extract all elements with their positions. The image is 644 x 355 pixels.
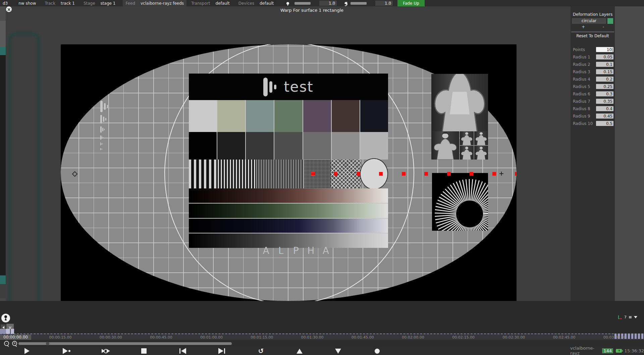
warp-control-point[interactable] (515, 172, 517, 176)
play-to-cue-button[interactable] (59, 347, 74, 355)
rail-segment[interactable] (0, 284, 6, 298)
previous-section-button[interactable] (175, 347, 190, 355)
portrait-thumbnail (460, 146, 474, 160)
parameter-value-input[interactable]: 0.15 (596, 69, 613, 74)
timeline-clip-block[interactable] (0, 329, 6, 334)
track-menu-label[interactable]: Track (45, 1, 55, 6)
stop-button[interactable] (137, 347, 151, 355)
play-button[interactable] (19, 347, 34, 355)
parameter-label: Radius 2 (573, 62, 590, 67)
zoom-out-icon[interactable]: - (4, 341, 9, 346)
grid-view-icon[interactable] (629, 316, 632, 319)
portrait-image-large (431, 74, 488, 132)
alpha-letter: A (259, 245, 273, 256)
rail-segment-teal[interactable] (0, 275, 6, 284)
volume-slider[interactable] (351, 2, 367, 5)
devices-menu-value[interactable]: default (260, 1, 274, 6)
app-logo[interactable]: d3 (3, 1, 8, 6)
brightness-value[interactable]: 1.0 (319, 1, 337, 6)
scrollbar-handle[interactable] (46, 342, 49, 345)
parameter-value-input[interactable]: 0.2 (596, 77, 613, 82)
layer-circular-button[interactable]: circular (572, 18, 606, 24)
stage-menu-value[interactable]: stage 1 (101, 1, 116, 6)
volume-value[interactable]: 1.0 (375, 1, 393, 6)
alpha-letter: H (304, 245, 318, 256)
parameter-value-input[interactable]: 0.05 (596, 54, 613, 59)
stripe-medium (218, 160, 255, 188)
warp-control-point[interactable] (402, 172, 406, 176)
parameter-label: Radius 10 (573, 121, 593, 126)
fade-up-trigger-button[interactable] (292, 347, 307, 355)
parameter-value-input[interactable]: 0.35 (596, 99, 613, 104)
alpha-label-row: ALPHA (61, 245, 517, 257)
parameter-value-input[interactable]: 10 (596, 47, 613, 52)
axis-gizmo-icon[interactable] (618, 315, 622, 319)
parameter-label: Radius 1 (573, 55, 590, 59)
color-swatch (246, 100, 274, 132)
timeline-scrollbar[interactable] (18, 342, 232, 345)
parameter-label: Points (573, 47, 585, 52)
timeline-zoom-row: - + (0, 340, 644, 347)
dropdown-arrow-icon[interactable] (634, 316, 637, 318)
color-swatch (189, 100, 217, 132)
parameter-row: Radius 20.1 (571, 61, 615, 68)
parameter-value-input[interactable]: 0.4 (596, 106, 613, 111)
transport-controls: ↺ (0, 347, 644, 355)
undo-button[interactable]: ↺ (254, 347, 268, 355)
show-name[interactable]: nw show (18, 1, 36, 6)
warp-control-point[interactable] (470, 172, 473, 176)
parameter-value-input[interactable]: 0.45 (596, 114, 613, 119)
record-button[interactable] (370, 347, 384, 355)
timeline-track-area[interactable] (0, 301, 644, 334)
rail-segment[interactable] (0, 21, 6, 47)
warp-control-point[interactable] (447, 172, 451, 176)
gradient-bar (189, 219, 388, 233)
fade-down-trigger-button[interactable] (331, 347, 345, 355)
layer-color-swatch[interactable] (607, 18, 613, 24)
gradient-bar (189, 188, 388, 203)
devices-menu-label[interactable]: Devices (238, 1, 254, 6)
parameter-row: Radius 90.45 (571, 113, 615, 119)
warp-control-point[interactable] (424, 172, 428, 176)
loop-section-button[interactable] (98, 347, 113, 355)
fps-badge: 144 (602, 348, 613, 353)
parameter-label: Radius 8 (573, 106, 590, 111)
brightness-slider[interactable] (294, 2, 311, 5)
warp-control-point[interactable] (357, 172, 360, 176)
parameter-value-input[interactable]: 0.5 (596, 121, 613, 126)
close-button[interactable]: × (6, 6, 12, 12)
stage-menu-label[interactable]: Stage (84, 1, 95, 6)
alpha-letter: P (288, 245, 303, 256)
parameter-row: Radius 70.35 (571, 98, 615, 104)
layer-count: 7 (624, 315, 627, 319)
next-section-button[interactable] (214, 347, 229, 355)
track-menu-value[interactable]: track 1 (61, 1, 75, 6)
timeline-clip-block[interactable] (6, 329, 14, 334)
battery-icon (616, 349, 622, 353)
transport-menu-label[interactable]: Transport (191, 1, 210, 6)
fade-up-button[interactable]: Fade Up (397, 0, 424, 6)
warp-control-point[interactable] (492, 172, 496, 176)
feed-menu[interactable]: Feed vclaiborne-rayz feeds (123, 0, 186, 6)
parameter-value-input[interactable]: 0.3 (596, 91, 613, 96)
transport-menu-value[interactable]: default (215, 1, 229, 6)
parameter-row: Points10 (571, 47, 615, 53)
reset-to-default-button[interactable]: Reset To Default (571, 34, 615, 38)
rail-segment[interactable] (0, 6, 6, 21)
warp-control-point[interactable] (379, 172, 383, 176)
add-layer-button[interactable]: + (577, 25, 590, 29)
warp-cross-marker[interactable] (499, 172, 503, 176)
top-menu-bar: d3 nw show Track track 1 Stage stage 1 F… (0, 0, 644, 6)
warp-control-point[interactable] (334, 172, 337, 176)
timeline-ruler[interactable]: 00:00:00.00 00:00:15.0000:00:30.0000:00:… (0, 334, 644, 340)
warp-control-point[interactable] (311, 172, 315, 176)
parameter-value-input[interactable]: 0.25 (596, 84, 613, 89)
keyhole-icon[interactable] (1, 314, 10, 322)
feed-menu-label: Feed (125, 1, 135, 6)
parameter-value-input[interactable]: 0.1 (596, 62, 613, 67)
test-pattern-surface[interactable]: test ALPHA (61, 44, 517, 301)
rail-segment-teal[interactable] (0, 47, 6, 55)
zoom-in-icon[interactable]: + (12, 341, 17, 346)
color-swatch (303, 100, 331, 132)
remove-layer-button[interactable]: - (597, 25, 610, 29)
